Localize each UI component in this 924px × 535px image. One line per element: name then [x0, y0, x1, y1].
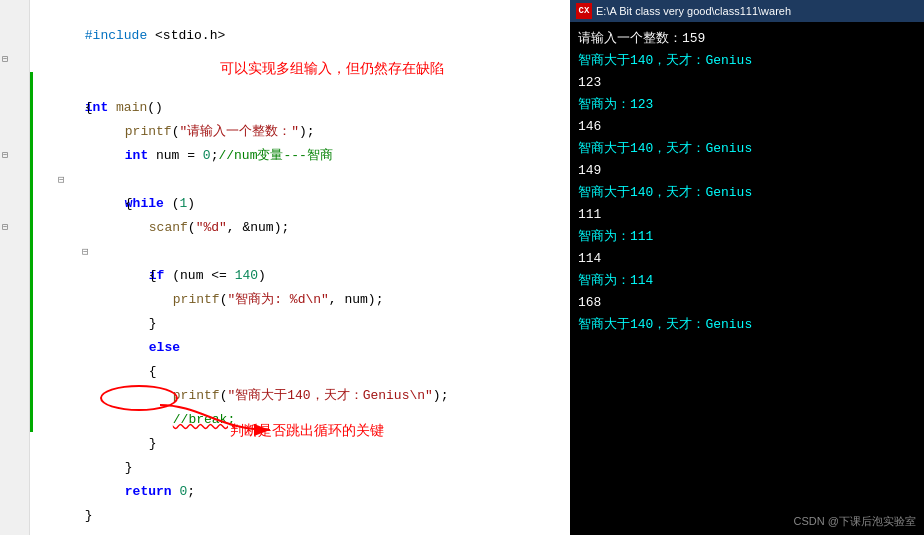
line-num-4 [0, 72, 29, 96]
terminal-line-5: 146 [578, 116, 916, 138]
code-line-13: } [30, 288, 570, 312]
code-area: #include <stdio.h> ⊟ int main() { printf… [30, 0, 570, 535]
code-line-21: } [30, 480, 570, 504]
code-line-7: ⊟ while (1) [30, 144, 570, 168]
line-numbers: ⊟ ⊟ ⊟ [0, 0, 30, 535]
line-num-10: ⊟ [0, 216, 29, 240]
code-line-11: { [30, 240, 570, 264]
code-line-8: { [30, 168, 570, 192]
line-num-18 [0, 408, 29, 432]
code-line-15: { [30, 336, 570, 360]
line-num-11 [0, 240, 29, 264]
terminal-line-13: 168 [578, 292, 916, 314]
line-num-2 [0, 24, 29, 48]
terminal-body: 请输入一个整数：159 智商大于140，天才：Genius 123 智商为：12… [570, 22, 924, 342]
code-line-14: else [30, 312, 570, 336]
code-line-10: ⊟ if (num <= 140) [30, 216, 570, 240]
editor-panel: ⊟ ⊟ ⊟ #include <stdio.h> [0, 0, 570, 535]
code-line-5: printf("请输入一个整数："); [30, 96, 570, 120]
line-num-20 [0, 456, 29, 480]
code-line-16: printf("智商大于140，天才：Genius\n"); [30, 360, 570, 384]
line-num-7: ⊟ [0, 144, 29, 168]
terminal-titlebar: CX E:\A Bit class very good\class111\war… [570, 0, 924, 22]
line-num-14 [0, 312, 29, 336]
code-line-12: printf("智商为: %d\n", num); [30, 264, 570, 288]
code-line-9: scanf("%d", &num); [30, 192, 570, 216]
terminal-line-6: 智商大于140，天才：Genius [578, 138, 916, 160]
line-num-1 [0, 0, 29, 24]
line-num-16 [0, 360, 29, 384]
code-line-3: ⊟ int main() [30, 48, 570, 72]
line-num-8 [0, 168, 29, 192]
line-num-6 [0, 120, 29, 144]
line-num-13 [0, 288, 29, 312]
line-num-17 [0, 384, 29, 408]
terminal-title: E:\A Bit class very good\class111\wareh [596, 5, 791, 17]
terminal-line-12: 智商为：114 [578, 270, 916, 292]
line-num-3: ⊟ [0, 48, 29, 72]
terminal-icon: CX [576, 3, 592, 19]
line-num-21 [0, 480, 29, 504]
break-arrow [140, 390, 320, 450]
line-num-15 [0, 336, 29, 360]
terminal-line-11: 114 [578, 248, 916, 270]
terminal-line-4: 智商为：123 [578, 94, 916, 116]
code-line-20: return 0; [30, 456, 570, 480]
terminal-line-2: 智商大于140，天才：Genius [578, 50, 916, 72]
code-line-1: #include <stdio.h> [30, 0, 570, 24]
terminal-line-7: 149 [578, 160, 916, 182]
line-num-9 [0, 192, 29, 216]
code-line-4: { [30, 72, 570, 96]
code-line-6: int num = 0;//num变量---智商 [30, 120, 570, 144]
terminal-line-10: 智商为：111 [578, 226, 916, 248]
terminal-line-8: 智商大于140，天才：Genius [578, 182, 916, 204]
terminal-footer: CSDN @下课后泡实验室 [794, 514, 916, 529]
line-num-12 [0, 264, 29, 288]
line-num-5 [0, 96, 29, 120]
terminal-line-3: 123 [578, 72, 916, 94]
terminal-panel: CX E:\A Bit class very good\class111\war… [570, 0, 924, 535]
terminal-line-1: 请输入一个整数：159 [578, 28, 916, 50]
line-num-19 [0, 432, 29, 456]
terminal-line-14: 智商大于140，天才：Genius [578, 314, 916, 336]
code-line-2 [30, 24, 570, 48]
terminal-line-9: 111 [578, 204, 916, 226]
